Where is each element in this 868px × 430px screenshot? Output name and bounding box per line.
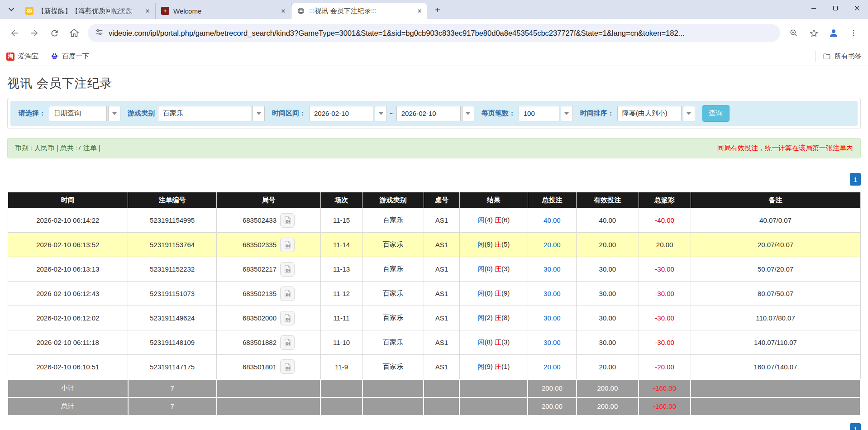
valid-bet-cell: 30.00 <box>577 330 639 355</box>
chevron-down-icon[interactable] <box>375 106 387 121</box>
bet-id-cell: 523191154995 <box>128 208 217 233</box>
total-bet-cell: 20.00 <box>528 355 576 379</box>
payout-cell: 20.00 <box>639 233 691 257</box>
session-cell: 11-13 <box>320 257 362 282</box>
refresh-icon[interactable] <box>46 24 63 42</box>
date-to-value[interactable]: 2026-02-10 <box>396 106 461 121</box>
time-cell: 2026-02-10 06:12:43 <box>8 282 128 306</box>
empty-cell <box>424 397 459 416</box>
window-maximize-button[interactable] <box>825 0 846 16</box>
table-no-cell: AS1 <box>424 306 459 330</box>
select-mode-dropdown[interactable]: 日期查询 <box>49 106 120 121</box>
time-sort-dropdown[interactable]: 降幂(由大到小) <box>617 106 695 121</box>
summary-row: 小计7200.00200.00-160.00 <box>8 379 860 397</box>
date-to-dropdown[interactable]: 2026-02-10 <box>396 106 474 121</box>
round-id: 683502335 <box>243 241 277 248</box>
forward-icon[interactable] <box>26 24 43 42</box>
video-replay-icon[interactable] <box>280 335 295 350</box>
round-cell-wrap: 683502335 <box>217 233 321 257</box>
summary-total-bet-cell: 200.00 <box>528 397 576 416</box>
bet-id-cell: 523191151073 <box>128 282 217 306</box>
tab-close-icon[interactable]: ✕ <box>143 7 152 15</box>
tab-title: 【新提醒】【海燕优质回帖奖励 <box>38 7 143 15</box>
column-header: 有效投注 <box>577 192 639 208</box>
remark-cell: 160.07/140.07 <box>691 355 860 379</box>
video-replay-icon[interactable] <box>280 359 295 374</box>
bookmark-baidu[interactable]: du 百度一下 <box>50 52 89 61</box>
bet-row: 2026-02-10 06:13:52523191153764683502335… <box>8 233 860 257</box>
page-size-value[interactable]: 100 <box>519 106 559 121</box>
session-cell: 11-15 <box>320 208 362 233</box>
browser-tab-1[interactable]: 【新提醒】【海燕优质回帖奖励 ✕ <box>20 3 156 19</box>
page-size-label: 每页笔数： <box>482 109 515 118</box>
page-size-dropdown[interactable]: 100 <box>519 106 573 121</box>
chevron-down-icon[interactable] <box>683 106 695 121</box>
time-cell: 2026-02-10 06:11:18 <box>8 330 128 355</box>
browser-tab-2[interactable]: ✦ Welcome ✕ <box>156 3 291 19</box>
bookmarks-bar: 淘 爱淘宝 du 百度一下 所有书签 <box>0 47 868 66</box>
profile-avatar-icon[interactable] <box>825 24 842 42</box>
summary-valid-bet-cell: 200.00 <box>577 397 639 416</box>
tab-title: :::视讯 会员下注纪录::: <box>309 7 415 15</box>
table-no-cell: AS1 <box>424 355 459 379</box>
result-cell: 闲(0) 庄(9) <box>459 282 528 306</box>
time-sort-value[interactable]: 降幂(由大到小) <box>617 106 682 121</box>
date-from-dropdown[interactable]: 2026-02-10 <box>309 106 387 121</box>
page-1-button[interactable]: 1 <box>850 423 861 430</box>
globe-favicon-icon <box>297 7 305 15</box>
round-id: 683501882 <box>243 339 277 346</box>
remark-cell: 110.07/80.07 <box>691 306 860 330</box>
browser-tab-strip: 【新提醒】【海燕优质回帖奖励 ✕ ✦ Welcome ✕ :::视讯 会员下注纪… <box>0 0 868 19</box>
video-replay-icon[interactable] <box>280 238 295 252</box>
video-replay-icon[interactable] <box>280 262 295 277</box>
tab-close-icon[interactable]: ✕ <box>415 7 424 15</box>
query-button[interactable]: 查询 <box>702 105 730 122</box>
empty-cell <box>424 379 459 397</box>
summary-valid-bet-cell: 200.00 <box>577 379 639 397</box>
select-mode-value[interactable]: 日期查询 <box>49 106 107 121</box>
valid-bet-cell: 30.00 <box>577 257 639 282</box>
remark-cell: 140.07/110.07 <box>691 330 860 355</box>
bet-id-cell: 523191149624 <box>128 306 217 330</box>
back-icon[interactable] <box>6 24 23 42</box>
window-minimize-button[interactable] <box>803 0 825 16</box>
bet-row: 2026-02-10 06:12:02523191149624683502000… <box>8 306 860 330</box>
round-cell-wrap: 683501882 <box>217 330 321 355</box>
bookmark-star-icon[interactable] <box>805 24 822 42</box>
address-bar[interactable]: videoie.com/ipl/portal.php/game/betrecor… <box>88 24 780 42</box>
empty-cell <box>217 379 321 397</box>
date-from-value[interactable]: 2026-02-10 <box>309 106 373 121</box>
game-type-dropdown[interactable]: 百家乐 <box>158 106 265 121</box>
valid-bet-cell: 20.00 <box>577 355 639 379</box>
empty-cell <box>362 397 424 416</box>
video-replay-icon[interactable] <box>280 213 295 228</box>
empty-cell <box>691 379 860 397</box>
all-bookmarks-button[interactable]: 所有书签 <box>815 51 862 62</box>
video-replay-icon[interactable] <box>280 287 295 301</box>
bookmark-taobao[interactable]: 淘 爱淘宝 <box>6 52 38 61</box>
site-settings-icon[interactable] <box>95 28 103 38</box>
window-controls <box>803 0 868 16</box>
summary-label-cell: 小计 <box>8 379 128 397</box>
column-header: 游戏类别 <box>362 192 424 208</box>
game-type-cell: 百家乐 <box>362 257 424 282</box>
page-1-button[interactable]: 1 <box>850 173 861 186</box>
empty-cell <box>320 397 362 416</box>
payout-cell: -30.00 <box>639 257 691 282</box>
video-replay-icon[interactable] <box>280 311 295 325</box>
tab-search-chevron-icon[interactable] <box>4 2 19 17</box>
tab-close-icon[interactable]: ✕ <box>279 7 287 15</box>
chevron-down-icon[interactable] <box>561 106 573 121</box>
game-type-value[interactable]: 百家乐 <box>158 106 251 121</box>
menu-dots-icon[interactable] <box>845 24 862 42</box>
result-cell: 闲(2) 庄(8) <box>459 306 528 330</box>
new-tab-button[interactable]: + <box>431 3 444 17</box>
chevron-down-icon[interactable] <box>108 106 120 121</box>
chevron-down-icon[interactable] <box>462 106 474 121</box>
zoom-icon[interactable] <box>785 24 802 42</box>
bet-row: 2026-02-10 06:12:43523191151073683502135… <box>8 282 860 306</box>
browser-tab-active[interactable]: :::视讯 会员下注纪录::: ✕ <box>291 3 427 19</box>
home-icon[interactable] <box>66 24 83 42</box>
chevron-down-icon[interactable] <box>253 106 265 121</box>
window-close-button[interactable] <box>846 0 868 16</box>
